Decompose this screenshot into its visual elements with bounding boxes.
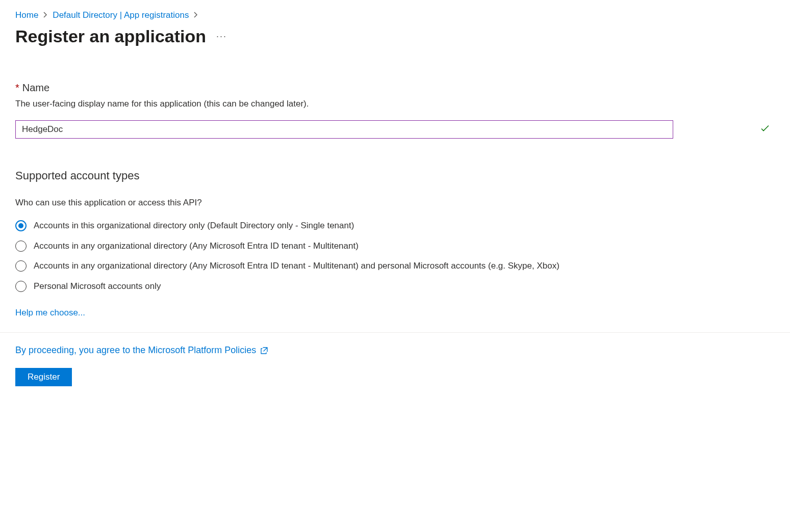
radio-icon [15,220,27,231]
breadcrumb-directory-link[interactable]: Default Directory | App registrations [53,10,189,20]
account-types-heading: Supported account types [15,169,775,182]
platform-policies-link[interactable]: By proceeding, you agree to the Microsof… [15,345,256,356]
radio-option-multitenant[interactable]: Accounts in any organizational directory… [15,240,673,253]
breadcrumb-home-link[interactable]: Home [15,10,38,20]
radio-option-personal-only[interactable]: Personal Microsoft accounts only [15,280,673,293]
radio-icon [15,281,27,292]
page-title: Register an application [15,26,206,46]
checkmark-icon [760,124,770,135]
external-link-icon [260,347,268,355]
more-actions-button[interactable]: ··· [216,31,227,42]
radio-label: Personal Microsoft accounts only [34,280,161,293]
name-help-text: The user-facing display name for this ap… [15,99,775,109]
breadcrumb: Home Default Directory | App registratio… [15,10,775,20]
radio-option-multitenant-personal[interactable]: Accounts in any organizational directory… [15,259,673,273]
name-label: *Name [15,82,775,94]
radio-label: Accounts in any organizational directory… [34,259,559,273]
app-name-input[interactable] [15,120,673,139]
radio-icon [15,260,27,272]
radio-label: Accounts in any organizational directory… [34,240,359,253]
chevron-right-icon [194,11,198,19]
radio-option-single-tenant[interactable]: Accounts in this organizational director… [15,219,673,232]
radio-label: Accounts in this organizational director… [34,219,354,232]
name-label-text: Name [22,82,49,93]
help-me-choose-link[interactable]: Help me choose... [15,308,85,318]
account-types-subtext: Who can use this application or access t… [15,198,775,208]
radio-icon [15,241,27,252]
divider [0,332,790,333]
account-types-radio-group: Accounts in this organizational director… [15,219,673,292]
chevron-right-icon [43,11,47,19]
register-button[interactable]: Register [15,368,72,386]
required-star-icon: * [15,82,19,93]
